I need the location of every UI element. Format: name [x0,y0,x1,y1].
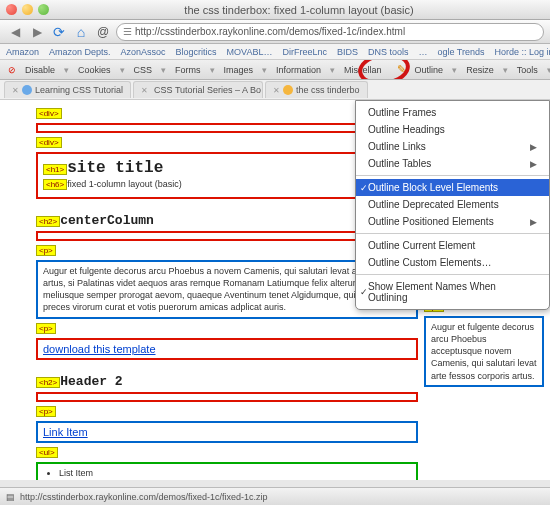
window-titlebar: the css tinderbox: fixed 1-column layout… [0,0,550,20]
element-tag: <p> [36,245,56,256]
submenu-arrow-icon: ▶ [530,142,537,152]
element-tag: <h1> [43,164,67,175]
page-content: Outline Frames Outline Headings Outline … [0,100,550,480]
element-tag: <h2> [36,377,60,388]
menu-separator [356,233,549,234]
back-icon[interactable]: ◀ [6,23,24,41]
home-icon[interactable]: ⌂ [72,23,90,41]
menu-item-checked[interactable]: Show Element Names When Outlining [356,278,549,306]
bookmark-item[interactable]: ogle Trends [438,47,485,57]
element-tag: <ul> [36,447,58,458]
bookmark-item[interactable]: BIDS [337,47,358,57]
subtitle: fixed 1-column layout (basic) [67,179,182,189]
tab[interactable]: ✕the css tinderbo [265,81,368,98]
link-item[interactable]: Link Item [43,426,88,438]
minimize-window[interactable] [22,4,33,15]
menu-separator [356,274,549,275]
status-text: http://csstinderbox.raykonline.com/demos… [20,492,268,502]
url-field[interactable]: ☰http://csstinderbox.raykonline.com/demo… [116,23,544,41]
devbar-item[interactable]: Information [276,65,321,75]
status-bar: ▤ http://csstinderbox.raykonline.com/dem… [0,487,550,505]
devbar-item[interactable]: Disable [25,65,55,75]
close-window[interactable] [6,4,17,15]
close-icon[interactable]: ✕ [12,86,19,95]
web-developer-toolbar: ⊘ Disable▾ Cookies▾ CSS▾ Forms▾ Images▾ … [0,60,550,80]
heading: Header 2 [60,374,122,389]
devbar-item[interactable]: Cookies [78,65,111,75]
menu-item[interactable]: Outline Links▶ [356,138,549,155]
devbar-item[interactable]: Tools [517,65,538,75]
element-tag: <h2> [36,216,60,227]
page-icon: ▤ [6,492,15,502]
bookmark-item[interactable]: MOVABL… [227,47,273,57]
bookmark-item[interactable]: Blogcritics [176,47,217,57]
bookmarks-bar: Amazon Amazon Depts. AzonAssoc Blogcriti… [0,44,550,60]
browser-toolbar: ◀ ▶ ⟳ ⌂ @ ☰http://csstinderbox.raykonlin… [0,20,550,44]
menu-item[interactable]: Outline Deprecated Elements [356,196,549,213]
devbar-item[interactable]: Resize [466,65,494,75]
list-item: List Item [59,479,411,480]
window-title: the css tinderbox: fixed 1-column layout… [54,4,544,16]
heading: centerColumn [60,213,154,228]
element-tag: <p> [36,406,56,417]
outline-menu: Outline Frames Outline Headings Outline … [355,100,550,310]
devbar-item[interactable]: Images [224,65,254,75]
sidebar-paragraph: Augur et fulgente decorus arcu Phoebus a… [424,316,544,387]
site-title: site title [67,159,163,177]
bookmark-item[interactable]: AzonAssoc [121,47,166,57]
bookmark-item[interactable]: Horde :: Log in [495,47,550,57]
menu-item[interactable]: Outline Headings [356,121,549,138]
submenu-arrow-icon: ▶ [530,217,537,227]
menu-item[interactable]: Outline Frames [356,104,549,121]
bookmark-item[interactable]: DirFreeLnc [282,47,327,57]
devbar-item[interactable]: Forms [175,65,201,75]
bookmark-item[interactable]: Amazon Depts. [49,47,111,57]
close-icon[interactable]: ✕ [273,86,280,95]
menu-separator [356,175,549,176]
menu-item[interactable]: Outline Positioned Elements▶ [356,213,549,230]
devbar-item[interactable]: CSS [134,65,153,75]
submenu-arrow-icon: ▶ [530,159,537,169]
download-link[interactable]: download this template [43,343,156,355]
zoom-window[interactable] [38,4,49,15]
at-icon[interactable]: @ [94,23,112,41]
outline-button[interactable]: Outline [415,65,444,75]
element-tag: <div> [36,137,62,148]
bookmark-item[interactable]: Amazon [6,47,39,57]
tab[interactable]: ✕CSS Tutorial Series – A Bo… [133,81,263,98]
list: List Item List Item List Item <ul> List … [43,468,411,480]
forward-icon[interactable]: ▶ [28,23,46,41]
menu-item-selected[interactable]: Outline Block Level Elements [356,179,549,196]
element-tag: <div> [36,108,62,119]
reload-icon[interactable]: ⟳ [50,23,68,41]
element-tag: <p> [36,323,56,334]
tab-strip: ✕Learning CSS Tutorial ✕CSS Tutorial Ser… [0,80,550,100]
menu-item[interactable]: Outline Tables▶ [356,155,549,172]
tab[interactable]: ✕Learning CSS Tutorial [4,81,131,98]
devbar-item[interactable]: Miscellan [344,65,382,75]
menu-item[interactable]: Outline Custom Elements… [356,254,549,271]
bookmark-item[interactable]: … [419,47,428,57]
element-tag: <h6> [43,179,67,190]
bookmark-item[interactable]: DNS tools [368,47,409,57]
list-item: List Item [59,468,411,478]
menu-item[interactable]: Outline Current Element [356,237,549,254]
close-icon[interactable]: ✕ [141,86,148,95]
